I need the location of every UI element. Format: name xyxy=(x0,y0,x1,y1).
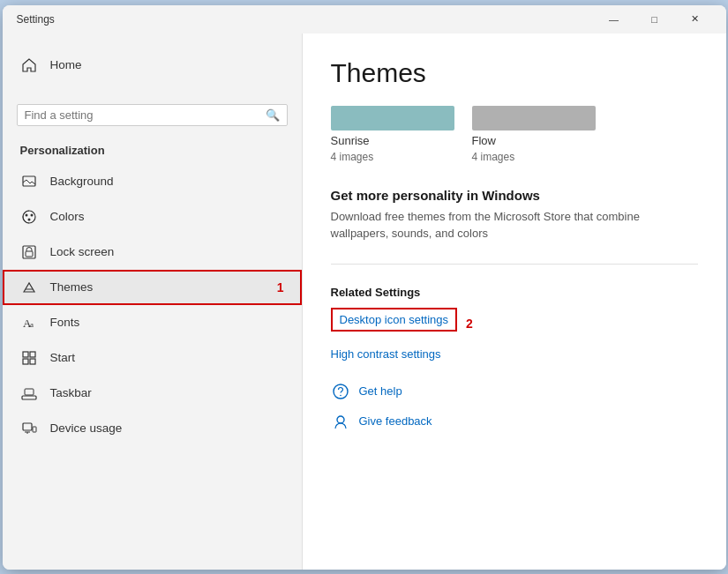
settings-window: Settings — □ ✕ Home xyxy=(3,5,726,570)
taskbar-icon xyxy=(20,384,38,402)
sidebar-item-home[interactable]: Home xyxy=(20,48,284,83)
fonts-icon: A a xyxy=(20,314,38,332)
desktop-icon-settings-link[interactable]: Desktop icon settings xyxy=(331,308,458,332)
sidebar-item-fonts-label: Fonts xyxy=(50,316,80,329)
sidebar: Home 🔍 Personalization Background xyxy=(3,34,303,570)
sidebar-item-background[interactable]: Background xyxy=(3,164,302,199)
search-icon: 🔍 xyxy=(266,108,280,122)
themes-grid: Sunrise 4 images Flow 4 images xyxy=(331,106,698,163)
window-controls: — □ ✕ xyxy=(594,5,716,34)
theme-card-flow[interactable]: Flow 4 images xyxy=(472,106,596,163)
content-area: Home 🔍 Personalization Background xyxy=(3,34,726,570)
titlebar: Settings — □ ✕ xyxy=(3,5,726,34)
sidebar-item-background-label: Background xyxy=(50,175,114,188)
background-icon xyxy=(20,173,38,190)
sidebar-section-title: Personalization xyxy=(3,140,302,164)
theme-name-flow: Flow xyxy=(472,134,596,147)
minimize-button[interactable]: — xyxy=(594,5,634,34)
search-input[interactable] xyxy=(25,108,266,122)
theme-preview-sunrise xyxy=(331,106,454,130)
get-more-title: Get more personality in Windows xyxy=(331,188,698,203)
sidebar-item-start-label: Start xyxy=(50,351,76,364)
svg-rect-10 xyxy=(23,352,28,357)
sidebar-item-device-usage-label: Device usage xyxy=(50,421,123,435)
sidebar-item-lockscreen[interactable]: Lock screen xyxy=(3,235,302,270)
page-title: Themes xyxy=(331,58,698,88)
sidebar-item-colors[interactable]: Colors xyxy=(3,199,302,235)
svg-rect-13 xyxy=(30,359,35,364)
give-feedback-link[interactable]: Give feedback xyxy=(359,414,432,428)
svg-text:a: a xyxy=(30,320,34,329)
sidebar-item-taskbar-label: Taskbar xyxy=(50,386,92,399)
maximize-button[interactable]: □ xyxy=(634,5,675,34)
sidebar-item-device-usage[interactable]: Device usage xyxy=(3,411,302,446)
sidebar-item-themes[interactable]: Themes 1 xyxy=(3,270,302,305)
sidebar-item-fonts[interactable]: A a Fonts xyxy=(3,305,302,340)
svg-point-22 xyxy=(337,416,344,423)
svg-rect-11 xyxy=(30,352,35,357)
search-box[interactable]: 🔍 xyxy=(17,104,288,126)
lockscreen-icon xyxy=(20,243,38,261)
theme-preview-flow xyxy=(472,106,596,130)
home-icon xyxy=(20,56,38,74)
svg-point-20 xyxy=(334,384,348,399)
get-help-link[interactable]: Get help xyxy=(359,384,402,398)
svg-rect-12 xyxy=(23,359,28,364)
svg-point-2 xyxy=(25,213,27,216)
give-feedback-item[interactable]: Give feedback xyxy=(331,412,698,431)
get-help-item[interactable]: Get help xyxy=(331,382,698,401)
get-more-desc: Download free themes from the Microsoft … xyxy=(331,208,666,242)
colors-icon xyxy=(20,208,38,226)
sidebar-header: Home xyxy=(3,34,302,97)
themes-icon xyxy=(20,279,38,296)
related-settings-title: Related Settings xyxy=(331,286,698,299)
svg-rect-17 xyxy=(33,427,36,432)
theme-name-sunrise: Sunrise xyxy=(331,134,454,147)
theme-count-sunrise: 4 images xyxy=(331,151,454,163)
close-button[interactable]: ✕ xyxy=(675,5,716,34)
svg-point-21 xyxy=(340,394,341,396)
svg-rect-16 xyxy=(23,423,32,430)
device-usage-icon xyxy=(20,420,38,437)
high-contrast-settings-link[interactable]: High contrast settings xyxy=(331,347,698,361)
main-panel: Themes Sunrise 4 images Flow 4 images Ge… xyxy=(303,34,726,570)
svg-point-4 xyxy=(27,218,30,220)
svg-point-3 xyxy=(30,213,33,216)
svg-rect-6 xyxy=(26,251,33,257)
sidebar-item-start[interactable]: Start xyxy=(3,340,302,376)
theme-card-sunrise[interactable]: Sunrise 4 images xyxy=(331,106,454,163)
help-section: Get help Give feedback xyxy=(331,382,698,431)
svg-rect-14 xyxy=(22,396,36,399)
desktop-icon-badge: 2 xyxy=(466,317,473,331)
sidebar-item-home-label: Home xyxy=(50,58,82,71)
themes-badge: 1 xyxy=(277,280,284,294)
sidebar-item-themes-label: Themes xyxy=(50,280,94,294)
get-help-icon xyxy=(331,382,350,401)
svg-rect-15 xyxy=(25,389,34,395)
sidebar-item-colors-label: Colors xyxy=(50,210,85,223)
related-settings: Related Settings Desktop icon settings 2… xyxy=(331,286,698,361)
give-feedback-icon xyxy=(331,412,350,431)
sidebar-item-taskbar[interactable]: Taskbar xyxy=(3,376,302,411)
get-more-section: Get more personality in Windows Download… xyxy=(331,188,698,265)
theme-count-flow: 4 images xyxy=(472,151,596,163)
start-icon xyxy=(20,349,38,367)
window-title: Settings xyxy=(17,13,55,26)
sidebar-item-lockscreen-label: Lock screen xyxy=(50,245,115,258)
